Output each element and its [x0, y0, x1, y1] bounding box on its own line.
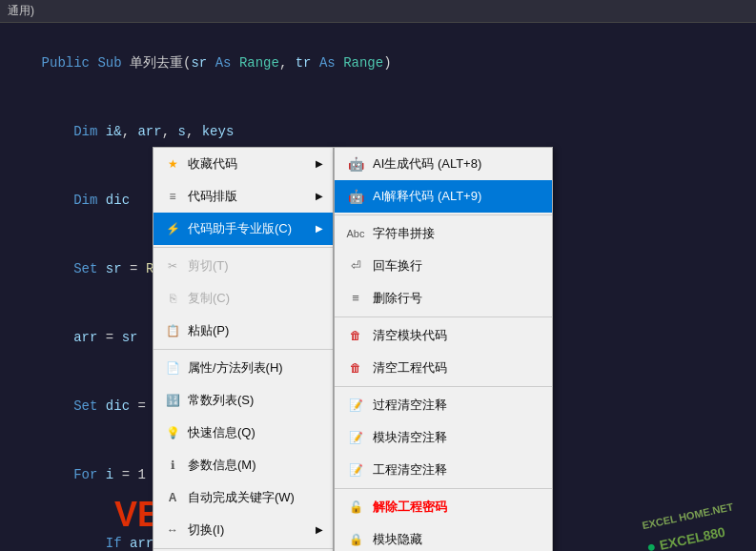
clear-mod-comment-icon: 📝: [344, 428, 367, 447]
clear-project-label: 清空工程代码: [373, 357, 447, 379]
sep7: [335, 386, 552, 387]
ai-generate-icon: 🤖: [344, 154, 367, 173]
favorites-arrow: ▶: [306, 153, 323, 175]
menu-item-copy: ⎘ 复制(C): [153, 282, 333, 315]
ai-generate-label: AI生成代码 (ALT+8): [373, 153, 481, 175]
toggle-icon: ↔: [163, 520, 182, 540]
toggle-arrow: ▶: [306, 519, 323, 541]
line-break-label: 回车换行: [373, 255, 422, 277]
consts-label: 常数列表(S): [188, 389, 254, 412]
assistant-arrow: ▶: [306, 217, 323, 240]
copy-icon: ⎘: [163, 289, 182, 308]
paraminfo-icon: ℹ: [163, 456, 182, 475]
paraminfo-label: 参数信息(M): [188, 454, 256, 477]
del-linenum-label: 删除行号: [373, 287, 422, 310]
menu-item-toggle[interactable]: ↔ 切换(I) ▶: [153, 514, 333, 546]
menu-item-hidden-module[interactable]: 🔒 模块隐藏: [335, 523, 552, 551]
hidden-module-icon: 🔒: [344, 530, 367, 549]
assistant-label: 代码助手专业版(C): [188, 217, 292, 240]
menu-item-cut: ✂ 剪切(T): [153, 250, 333, 282]
menu-item-autocomplete[interactable]: A 自动完成关键字(W): [153, 481, 333, 514]
menu-item-decode-pwd[interactable]: 🔓 解除工程密码: [335, 491, 552, 523]
menu-item-quickinfo[interactable]: 💡 快速信息(Q): [153, 417, 333, 449]
sep6: [335, 316, 552, 317]
autocomplete-icon: A: [163, 488, 182, 507]
hidden-module-label: 模块隐藏: [373, 528, 422, 551]
favorites-icon: ★: [163, 154, 182, 173]
sep5: [335, 214, 552, 215]
menu-item-clear-block[interactable]: 🗑 清空模块代码: [335, 319, 552, 352]
menu-item-clear-sub-comment[interactable]: 📝 过程清空注释: [335, 389, 552, 421]
menu-item-clear-mod-comment[interactable]: 📝 模块清空注释: [335, 421, 552, 454]
sep1: [153, 247, 333, 248]
title-bar: 通用): [0, 0, 756, 23]
sep8: [335, 488, 552, 489]
menu-item-clear-project[interactable]: 🗑 清空工程代码: [335, 352, 552, 384]
favorites-label: 收藏代码: [188, 153, 237, 175]
str-concat-label: 字符串拼接: [373, 222, 435, 245]
format-icon: ≡: [163, 187, 182, 206]
menu-item-line-break[interactable]: ⏎ 回车换行: [335, 250, 552, 282]
clear-block-label: 清空模块代码: [373, 324, 447, 347]
cut-label: 剪切(T): [188, 255, 229, 277]
code-editor: Public Sub 单列去重(sr As Range, tr As Range…: [0, 23, 756, 551]
format-arrow: ▶: [306, 185, 323, 208]
str-concat-icon: Abc: [344, 224, 367, 243]
quickinfo-icon: 💡: [163, 423, 182, 442]
decode-pwd-label: 解除工程密码: [373, 496, 447, 519]
menu-item-assistant[interactable]: ⚡ 代码助手专业版(C) ▶: [153, 213, 333, 245]
title-label: 通用): [8, 4, 34, 17]
props-icon: 📄: [163, 358, 182, 378]
ai-explain-label: AI解释代码 (ALT+9): [373, 185, 481, 208]
menu-item-clear-proj-comment[interactable]: 📝 工程清空注释: [335, 454, 552, 486]
ai-explain-icon: 🤖: [344, 187, 367, 206]
menu-item-del-linenum[interactable]: ≡ 删除行号: [335, 282, 552, 315]
menu-item-paste[interactable]: 📋 粘贴(P): [153, 315, 333, 347]
context-menu-level1: ★ 收藏代码 ▶ ≡ 代码排版 ▶ ⚡ 代码助手专业版(C) ▶ ✂ 剪切(T)…: [153, 147, 334, 551]
menu-item-str-concat[interactable]: Abc 字符串拼接: [335, 217, 552, 250]
context-menu-level2: 🤖 AI生成代码 (ALT+8) 🤖 AI解释代码 (ALT+9) Abc 字符…: [334, 147, 553, 551]
paste-label: 粘贴(P): [188, 319, 229, 342]
menu-item-ai-explain[interactable]: 🤖 AI解释代码 (ALT+9): [335, 180, 552, 213]
format-label: 代码排版: [188, 185, 237, 208]
menu-item-ai-generate[interactable]: 🤖 AI生成代码 (ALT+8): [335, 148, 552, 180]
menu-item-props[interactable]: 📄 属性/方法列表(H): [153, 352, 333, 384]
quickinfo-label: 快速信息(Q): [188, 421, 255, 444]
menu-item-format[interactable]: ≡ 代码排版 ▶: [153, 180, 333, 213]
sep2: [153, 349, 333, 350]
menu-item-paraminfo[interactable]: ℹ 参数信息(M): [153, 449, 333, 481]
menu-item-consts[interactable]: 🔢 常数列表(S): [153, 384, 333, 417]
context-menu: ★ 收藏代码 ▶ ≡ 代码排版 ▶ ⚡ 代码助手专业版(C) ▶ ✂ 剪切(T)…: [153, 147, 553, 551]
assistant-icon: ⚡: [163, 219, 182, 238]
consts-icon: 🔢: [163, 391, 182, 410]
toggle-label: 切换(I): [188, 519, 224, 541]
line-break-icon: ⏎: [344, 256, 367, 276]
decode-pwd-icon: 🔓: [344, 498, 367, 517]
clear-proj-comment-icon: 📝: [344, 460, 367, 480]
cut-icon: ✂: [163, 256, 182, 276]
copy-label: 复制(C): [188, 287, 230, 310]
paste-icon: 📋: [163, 321, 182, 340]
clear-sub-comment-icon: 📝: [344, 396, 367, 415]
menu-item-favorites[interactable]: ★ 收藏代码 ▶: [153, 148, 333, 180]
autocomplete-label: 自动完成关键字(W): [188, 486, 295, 509]
clear-project-icon: 🗑: [344, 358, 367, 378]
props-label: 属性/方法列表(H): [188, 357, 283, 379]
clear-block-icon: 🗑: [344, 326, 367, 345]
clear-mod-comment-label: 模块清空注释: [373, 426, 447, 449]
code-line-1: Public Sub 单列去重(sr As Range, tr As Range…: [10, 29, 746, 97]
del-linenum-icon: ≡: [344, 289, 367, 308]
clear-sub-comment-label: 过程清空注释: [373, 394, 447, 417]
sep3: [153, 548, 333, 549]
clear-proj-comment-label: 工程清空注释: [373, 459, 447, 481]
